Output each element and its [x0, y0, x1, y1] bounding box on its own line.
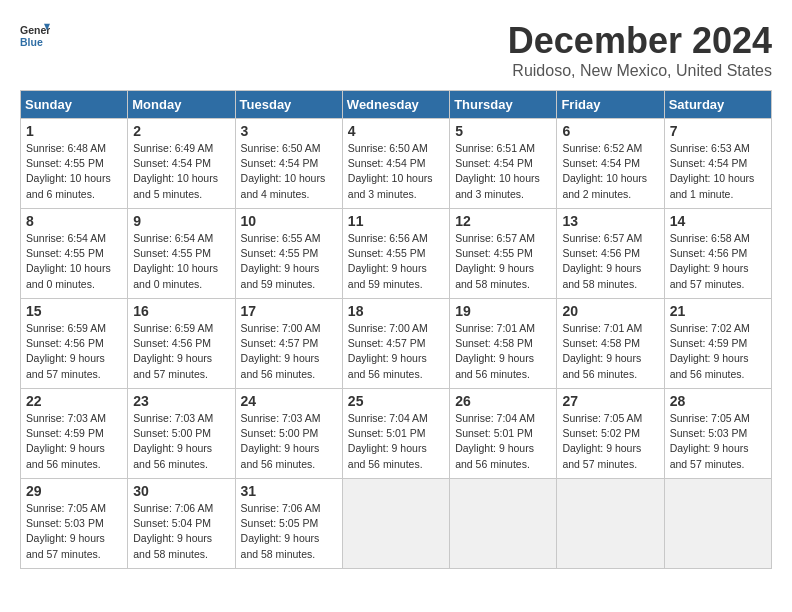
- logo: General Blue: [20, 20, 50, 50]
- day-info: Sunrise: 7:06 AM Sunset: 5:04 PM Dayligh…: [133, 501, 229, 562]
- day-info: Sunrise: 6:52 AM Sunset: 4:54 PM Dayligh…: [562, 141, 658, 202]
- day-cell-9: 9Sunrise: 6:54 AM Sunset: 4:55 PM Daylig…: [128, 209, 235, 299]
- day-cell-10: 10Sunrise: 6:55 AM Sunset: 4:55 PM Dayli…: [235, 209, 342, 299]
- calendar-week-1: 1Sunrise: 6:48 AM Sunset: 4:55 PM Daylig…: [21, 119, 772, 209]
- day-number: 16: [133, 303, 229, 319]
- empty-cell: [342, 479, 449, 569]
- day-number: 1: [26, 123, 122, 139]
- weekday-header-row: SundayMondayTuesdayWednesdayThursdayFrid…: [21, 91, 772, 119]
- calendar-week-2: 8Sunrise: 6:54 AM Sunset: 4:55 PM Daylig…: [21, 209, 772, 299]
- day-cell-11: 11Sunrise: 6:56 AM Sunset: 4:55 PM Dayli…: [342, 209, 449, 299]
- logo-icon: General Blue: [20, 20, 50, 50]
- day-info: Sunrise: 7:04 AM Sunset: 5:01 PM Dayligh…: [348, 411, 444, 472]
- day-number: 7: [670, 123, 766, 139]
- day-info: Sunrise: 7:06 AM Sunset: 5:05 PM Dayligh…: [241, 501, 337, 562]
- day-cell-22: 22Sunrise: 7:03 AM Sunset: 4:59 PM Dayli…: [21, 389, 128, 479]
- day-cell-12: 12Sunrise: 6:57 AM Sunset: 4:55 PM Dayli…: [450, 209, 557, 299]
- day-cell-20: 20Sunrise: 7:01 AM Sunset: 4:58 PM Dayli…: [557, 299, 664, 389]
- day-number: 18: [348, 303, 444, 319]
- day-info: Sunrise: 6:51 AM Sunset: 4:54 PM Dayligh…: [455, 141, 551, 202]
- day-info: Sunrise: 6:54 AM Sunset: 4:55 PM Dayligh…: [26, 231, 122, 292]
- day-number: 13: [562, 213, 658, 229]
- day-cell-23: 23Sunrise: 7:03 AM Sunset: 5:00 PM Dayli…: [128, 389, 235, 479]
- day-info: Sunrise: 6:59 AM Sunset: 4:56 PM Dayligh…: [26, 321, 122, 382]
- day-number: 25: [348, 393, 444, 409]
- day-cell-1: 1Sunrise: 6:48 AM Sunset: 4:55 PM Daylig…: [21, 119, 128, 209]
- title-area: December 2024 Ruidoso, New Mexico, Unite…: [508, 20, 772, 80]
- day-info: Sunrise: 6:58 AM Sunset: 4:56 PM Dayligh…: [670, 231, 766, 292]
- calendar-table: SundayMondayTuesdayWednesdayThursdayFrid…: [20, 90, 772, 569]
- day-info: Sunrise: 6:54 AM Sunset: 4:55 PM Dayligh…: [133, 231, 229, 292]
- day-info: Sunrise: 7:01 AM Sunset: 4:58 PM Dayligh…: [455, 321, 551, 382]
- day-number: 22: [26, 393, 122, 409]
- day-info: Sunrise: 7:00 AM Sunset: 4:57 PM Dayligh…: [348, 321, 444, 382]
- day-number: 11: [348, 213, 444, 229]
- day-number: 21: [670, 303, 766, 319]
- empty-cell: [664, 479, 771, 569]
- day-number: 6: [562, 123, 658, 139]
- day-cell-8: 8Sunrise: 6:54 AM Sunset: 4:55 PM Daylig…: [21, 209, 128, 299]
- day-number: 5: [455, 123, 551, 139]
- day-number: 29: [26, 483, 122, 499]
- day-info: Sunrise: 7:03 AM Sunset: 5:00 PM Dayligh…: [133, 411, 229, 472]
- day-number: 10: [241, 213, 337, 229]
- day-info: Sunrise: 7:03 AM Sunset: 4:59 PM Dayligh…: [26, 411, 122, 472]
- calendar-week-3: 15Sunrise: 6:59 AM Sunset: 4:56 PM Dayli…: [21, 299, 772, 389]
- day-info: Sunrise: 6:56 AM Sunset: 4:55 PM Dayligh…: [348, 231, 444, 292]
- day-number: 27: [562, 393, 658, 409]
- day-cell-24: 24Sunrise: 7:03 AM Sunset: 5:00 PM Dayli…: [235, 389, 342, 479]
- day-cell-15: 15Sunrise: 6:59 AM Sunset: 4:56 PM Dayli…: [21, 299, 128, 389]
- day-number: 31: [241, 483, 337, 499]
- day-info: Sunrise: 6:57 AM Sunset: 4:56 PM Dayligh…: [562, 231, 658, 292]
- day-number: 8: [26, 213, 122, 229]
- day-info: Sunrise: 7:05 AM Sunset: 5:03 PM Dayligh…: [26, 501, 122, 562]
- day-number: 24: [241, 393, 337, 409]
- day-cell-17: 17Sunrise: 7:00 AM Sunset: 4:57 PM Dayli…: [235, 299, 342, 389]
- day-info: Sunrise: 6:48 AM Sunset: 4:55 PM Dayligh…: [26, 141, 122, 202]
- calendar-week-4: 22Sunrise: 7:03 AM Sunset: 4:59 PM Dayli…: [21, 389, 772, 479]
- day-number: 23: [133, 393, 229, 409]
- month-title: December 2024: [508, 20, 772, 62]
- day-info: Sunrise: 6:55 AM Sunset: 4:55 PM Dayligh…: [241, 231, 337, 292]
- day-info: Sunrise: 7:04 AM Sunset: 5:01 PM Dayligh…: [455, 411, 551, 472]
- day-number: 17: [241, 303, 337, 319]
- day-cell-6: 6Sunrise: 6:52 AM Sunset: 4:54 PM Daylig…: [557, 119, 664, 209]
- day-number: 2: [133, 123, 229, 139]
- empty-cell: [557, 479, 664, 569]
- day-cell-26: 26Sunrise: 7:04 AM Sunset: 5:01 PM Dayli…: [450, 389, 557, 479]
- day-info: Sunrise: 7:05 AM Sunset: 5:03 PM Dayligh…: [670, 411, 766, 472]
- day-cell-30: 30Sunrise: 7:06 AM Sunset: 5:04 PM Dayli…: [128, 479, 235, 569]
- day-info: Sunrise: 6:57 AM Sunset: 4:55 PM Dayligh…: [455, 231, 551, 292]
- day-number: 19: [455, 303, 551, 319]
- weekday-header-wednesday: Wednesday: [342, 91, 449, 119]
- day-info: Sunrise: 7:03 AM Sunset: 5:00 PM Dayligh…: [241, 411, 337, 472]
- day-number: 3: [241, 123, 337, 139]
- day-cell-28: 28Sunrise: 7:05 AM Sunset: 5:03 PM Dayli…: [664, 389, 771, 479]
- day-cell-18: 18Sunrise: 7:00 AM Sunset: 4:57 PM Dayli…: [342, 299, 449, 389]
- day-info: Sunrise: 6:53 AM Sunset: 4:54 PM Dayligh…: [670, 141, 766, 202]
- day-cell-25: 25Sunrise: 7:04 AM Sunset: 5:01 PM Dayli…: [342, 389, 449, 479]
- day-info: Sunrise: 6:49 AM Sunset: 4:54 PM Dayligh…: [133, 141, 229, 202]
- weekday-header-thursday: Thursday: [450, 91, 557, 119]
- day-number: 28: [670, 393, 766, 409]
- svg-text:Blue: Blue: [20, 36, 43, 48]
- day-cell-19: 19Sunrise: 7:01 AM Sunset: 4:58 PM Dayli…: [450, 299, 557, 389]
- day-number: 15: [26, 303, 122, 319]
- empty-cell: [450, 479, 557, 569]
- weekday-header-sunday: Sunday: [21, 91, 128, 119]
- day-number: 12: [455, 213, 551, 229]
- day-cell-7: 7Sunrise: 6:53 AM Sunset: 4:54 PM Daylig…: [664, 119, 771, 209]
- day-info: Sunrise: 7:02 AM Sunset: 4:59 PM Dayligh…: [670, 321, 766, 382]
- day-number: 14: [670, 213, 766, 229]
- day-number: 4: [348, 123, 444, 139]
- day-number: 9: [133, 213, 229, 229]
- day-cell-31: 31Sunrise: 7:06 AM Sunset: 5:05 PM Dayli…: [235, 479, 342, 569]
- day-info: Sunrise: 6:59 AM Sunset: 4:56 PM Dayligh…: [133, 321, 229, 382]
- day-cell-2: 2Sunrise: 6:49 AM Sunset: 4:54 PM Daylig…: [128, 119, 235, 209]
- day-info: Sunrise: 7:05 AM Sunset: 5:02 PM Dayligh…: [562, 411, 658, 472]
- day-number: 26: [455, 393, 551, 409]
- weekday-header-monday: Monday: [128, 91, 235, 119]
- day-info: Sunrise: 7:01 AM Sunset: 4:58 PM Dayligh…: [562, 321, 658, 382]
- day-info: Sunrise: 6:50 AM Sunset: 4:54 PM Dayligh…: [348, 141, 444, 202]
- weekday-header-friday: Friday: [557, 91, 664, 119]
